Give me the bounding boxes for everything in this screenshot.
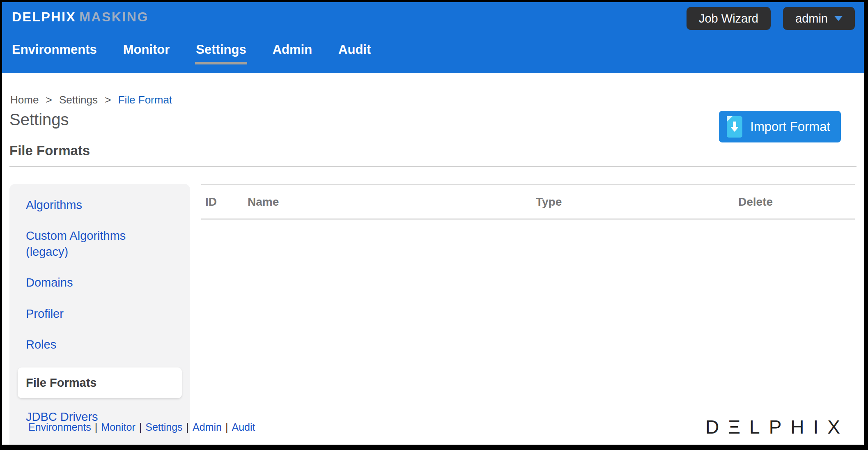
sidebar-item-profiler[interactable]: Profiler — [26, 306, 161, 322]
footer-link-monitor[interactable]: Monitor — [101, 421, 135, 433]
brand-primary: DELPHIX — [12, 9, 76, 24]
footer-separator: | — [139, 421, 142, 433]
column-header-name: Name — [248, 184, 536, 219]
footer-link-settings[interactable]: Settings — [145, 421, 182, 433]
file-formats-table: ID Name Type Delete — [201, 184, 855, 220]
top-header: DELPHIXMASKING Job Wizard admin Environm… — [2, 2, 864, 73]
main-nav: Environments Monitor Settings Admin Audi… — [12, 42, 855, 64]
breadcrumb-separator: > — [46, 94, 52, 106]
brand-secondary: MASKING — [79, 9, 149, 24]
sidebar-item-algorithms[interactable]: Algorithms — [26, 197, 161, 213]
column-header-type: Type — [536, 184, 738, 219]
footer-separator: | — [186, 421, 189, 433]
breadcrumb-settings[interactable]: Settings — [59, 94, 98, 106]
file-formats-table-container: ID Name Type Delete — [201, 184, 855, 220]
footer-separator: | — [95, 421, 98, 433]
breadcrumb-separator: > — [105, 94, 111, 106]
breadcrumb: Home > Settings > File Format — [10, 94, 864, 106]
sidebar-item-custom-algorithms-legacy[interactable]: Custom Algorithms (legacy) — [26, 228, 161, 260]
import-file-icon — [726, 115, 744, 138]
footer-link-environments[interactable]: Environments — [28, 421, 91, 433]
sidebar-item-domains[interactable]: Domains — [26, 275, 161, 291]
app-logo: DELPHIXMASKING — [12, 7, 149, 25]
chevron-down-icon — [834, 16, 843, 21]
settings-sidebar: Algorithms Custom Algorithms (legacy) Do… — [9, 184, 190, 450]
delphix-footer-logo: DΞLPHIX — [705, 416, 849, 438]
nav-tab-admin[interactable]: Admin — [273, 42, 312, 64]
footer-links: Environments|Monitor|Settings|Admin|Audi… — [28, 421, 255, 433]
sidebar-item-file-formats[interactable]: File Formats — [18, 367, 182, 398]
table-header-row: ID Name Type Delete — [201, 184, 855, 219]
job-wizard-button[interactable]: Job Wizard — [687, 7, 771, 30]
import-format-button[interactable]: Import Format — [719, 111, 841, 142]
sidebar-item-roles[interactable]: Roles — [26, 337, 161, 353]
user-menu-label: admin — [795, 12, 828, 25]
user-menu-button[interactable]: admin — [783, 7, 855, 30]
breadcrumb-current[interactable]: File Format — [118, 94, 172, 106]
footer-separator: | — [225, 421, 228, 433]
app-window: DELPHIXMASKING Job Wizard admin Environm… — [0, 0, 868, 450]
column-header-id: ID — [201, 184, 248, 219]
import-format-label: Import Format — [750, 119, 830, 134]
nav-tab-settings[interactable]: Settings — [196, 42, 246, 64]
nav-tab-environments[interactable]: Environments — [12, 42, 97, 64]
page-footer: Environments|Monitor|Settings|Admin|Audi… — [2, 416, 864, 438]
nav-tab-monitor[interactable]: Monitor — [123, 42, 170, 64]
section-heading: File Formats — [9, 143, 864, 158]
footer-link-audit[interactable]: Audit — [232, 421, 255, 433]
footer-link-admin[interactable]: Admin — [193, 421, 222, 433]
breadcrumb-home[interactable]: Home — [10, 94, 39, 106]
section-divider — [9, 166, 857, 167]
nav-tab-audit[interactable]: Audit — [338, 42, 371, 64]
job-wizard-label: Job Wizard — [699, 12, 758, 25]
column-header-delete: Delete — [738, 184, 855, 219]
